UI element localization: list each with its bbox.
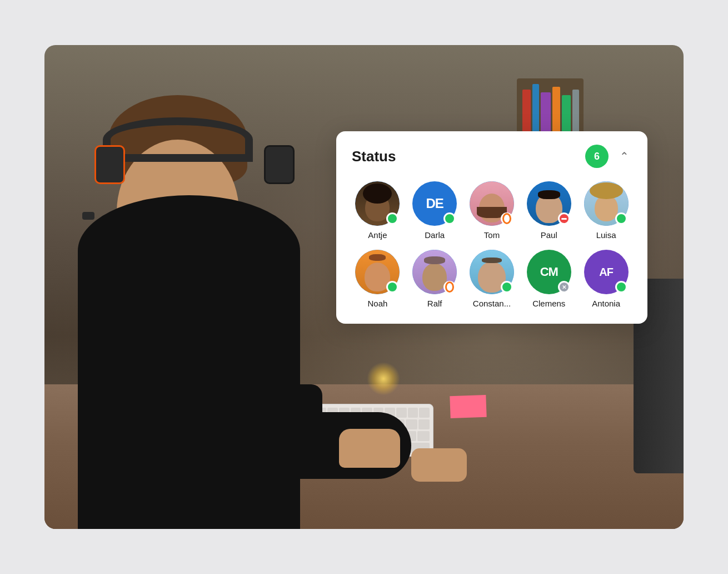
headset-right-cup [264, 145, 295, 184]
person-body [78, 195, 300, 529]
avatar-wrapper-noah [355, 250, 400, 294]
status-dot-noah [386, 281, 398, 293]
avatar-wrapper-luisa [584, 181, 629, 226]
member-luisa[interactable]: Luisa [580, 181, 632, 240]
status-dot-paul [558, 212, 570, 225]
status-dot-darla [443, 212, 456, 225]
status-dot-ralf [443, 281, 456, 293]
status-dot-clemens: ✕ [558, 281, 570, 293]
member-ralf[interactable]: Ralf [409, 250, 461, 308]
hand-right [411, 448, 467, 482]
member-name-antonia: Antonia [592, 299, 620, 308]
status-dot-tom [501, 212, 513, 225]
main-frame: Status 6 ⌃ Antje DE [44, 45, 684, 529]
member-constantine[interactable]: Constan... [466, 250, 518, 308]
avatar-wrapper-ralf [412, 250, 457, 294]
headset-left-cup [94, 145, 125, 184]
member-antje[interactable]: Antje [352, 181, 403, 240]
member-name-antje: Antje [368, 230, 387, 240]
member-name-noah: Noah [367, 299, 387, 308]
member-name-ralf: Ralf [427, 299, 442, 308]
member-name-constantine: Constan... [473, 299, 511, 308]
status-dot-antonia [615, 281, 627, 293]
widget-header: Status 6 ⌃ [352, 145, 632, 168]
status-dot-antje [386, 212, 398, 225]
collapse-button[interactable]: ⌃ [616, 149, 632, 164]
member-name-luisa: Luisa [596, 230, 616, 240]
member-clemens[interactable]: CM ✕ Clemens [523, 250, 575, 308]
status-dot-constantine [501, 281, 513, 293]
header-right: 6 ⌃ [585, 145, 632, 168]
member-tom[interactable]: Tom [466, 181, 518, 240]
avatar-wrapper-tom [470, 181, 514, 226]
avatar-wrapper-paul [527, 181, 571, 226]
member-noah[interactable]: Noah [352, 250, 403, 308]
status-dot-luisa [615, 212, 627, 225]
member-darla[interactable]: DE Darla [409, 181, 461, 240]
member-name-paul: Paul [541, 230, 557, 240]
badge-count: 6 [585, 145, 609, 168]
widget-title: Status [352, 148, 396, 165]
member-name-clemens: Clemens [532, 299, 565, 308]
headset-band [103, 117, 253, 162]
status-widget: Status 6 ⌃ Antje DE [336, 131, 647, 324]
avatar-wrapper-antonia: AF [584, 250, 629, 294]
members-grid: Antje DE Darla Tom [352, 181, 632, 308]
lamp [367, 362, 400, 395]
headset-mic-tip [82, 212, 94, 220]
member-antonia[interactable]: AF Antonia [580, 250, 632, 308]
avatar-wrapper-clemens: CM ✕ [527, 250, 571, 294]
member-paul[interactable]: Paul [523, 181, 575, 240]
sticky-note [450, 395, 486, 418]
member-name-tom: Tom [484, 230, 500, 240]
hand-left [339, 429, 400, 468]
avatar-wrapper-darla: DE [412, 181, 457, 226]
member-name-darla: Darla [425, 230, 445, 240]
avatar-wrapper-constantine [470, 250, 514, 294]
avatar-wrapper-antje [355, 181, 400, 226]
